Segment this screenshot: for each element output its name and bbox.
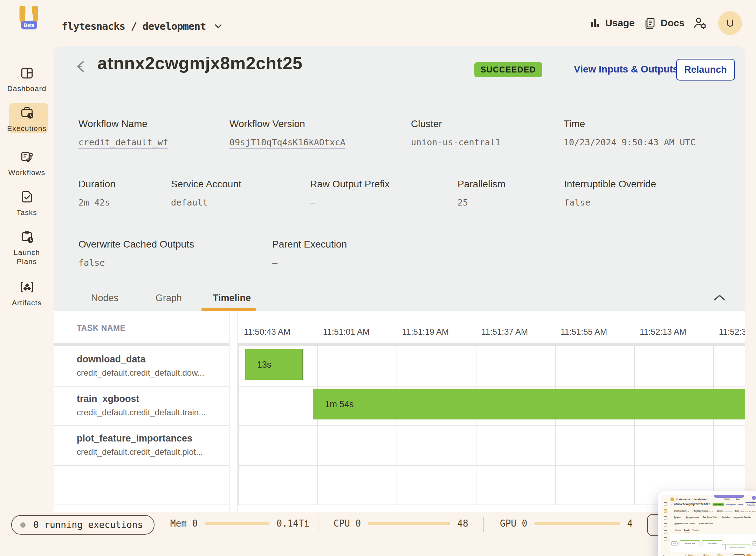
meta-label: Parent Execution <box>272 239 347 250</box>
pip-sidebar-icon-active <box>664 509 667 513</box>
pip-tab-timeline: Timeline <box>692 529 700 531</box>
cpu-gauge: CPU 0 48 <box>334 518 468 529</box>
docs-button[interactable]: Docs <box>644 17 685 29</box>
breadcrumb[interactable]: flytesnacks / development <box>62 20 221 32</box>
parallelism-value: 25 <box>458 197 506 208</box>
pip-graph-edge <box>677 543 680 543</box>
executions-icon <box>20 106 34 120</box>
meta-label: Cluster <box>411 118 501 130</box>
pip-tab-graph: Graph <box>684 529 689 531</box>
pip-graph-edge <box>750 543 752 543</box>
union-logo[interactable]: Beta <box>16 6 48 39</box>
row-divider <box>54 465 229 466</box>
back-arrow-icon <box>74 59 90 74</box>
task-name: download_data <box>77 354 146 365</box>
task-row-plot-feature-importances[interactable]: plot_feature_importances credit_default.… <box>54 425 229 465</box>
meta-label: Service Account <box>171 179 241 190</box>
pip-meta-field: Clusterunion-us-central1 <box>717 510 732 513</box>
sidebar-label-executions: Executions <box>6 124 48 133</box>
dashboard-icon <box>20 67 34 80</box>
workflow-name-link[interactable]: credit_default_wf <box>78 137 168 149</box>
gpu-gauge-track <box>534 522 620 525</box>
gantt-bar-duration-label: 1m 54s <box>313 399 353 409</box>
sidebar-label-workflows: Workflows <box>6 168 48 177</box>
usage-button[interactable]: Usage <box>590 18 634 29</box>
sidebar-item-dashboard[interactable]: Dashboard <box>0 67 54 93</box>
task-row-download-data[interactable]: download_data credit_default.credit_defa… <box>54 346 229 386</box>
row-divider <box>54 386 229 387</box>
sidebar-item-tasks[interactable]: Tasks <box>0 190 54 217</box>
bar-chart-icon <box>590 18 600 28</box>
task-path: credit_default.credit_default.dow... <box>77 368 204 378</box>
gantt-gridline <box>317 343 318 505</box>
column-splitter[interactable] <box>229 311 229 512</box>
pip-graph-edge <box>722 544 725 545</box>
pip-help-button: ? <box>746 554 751 556</box>
row-divider <box>54 425 229 426</box>
gantt-bar-train_xgboost[interactable]: 1m 54s <box>313 389 745 419</box>
collapse-section-button[interactable] <box>713 293 727 305</box>
cpu-gauge-max: 48 <box>457 518 468 529</box>
pip-meta-field: Interruptible Overridefalse <box>734 516 738 519</box>
meta-label: Duration <box>78 179 116 190</box>
gantt-gridline <box>634 343 635 505</box>
task-row-train-xgboost[interactable]: train_xgboost credit_default.credit_defa… <box>54 386 229 425</box>
pip-sidebar-icon <box>664 516 667 520</box>
pip-meta-field: Workflow Version09sjT10qTq4sK16kAOtxcA <box>694 510 713 513</box>
sidebar-item-artifacts[interactable]: Artifacts <box>0 280 54 307</box>
pip-sidebar-icon <box>664 537 667 541</box>
pip-mini-page: flytesnacks / development Usage Docs ← a… <box>661 495 756 556</box>
running-executions-pill[interactable]: 0 running executions <box>11 515 154 535</box>
launch-plans-icon <box>20 230 34 244</box>
sidebar-item-executions[interactable]: Executions <box>0 106 54 133</box>
view-inputs-outputs-link[interactable]: View Inputs & Outputs <box>574 64 678 75</box>
app-window: Beta flytesnacks / development Usage D <box>0 0 756 556</box>
gantt-bar-download_data[interactable]: 13s <box>245 349 303 380</box>
time-value: 10/23/2024 9:50:43 AM UTC <box>564 137 695 147</box>
pip-status-badge: SUCCEEDED <box>713 503 724 506</box>
meta-duration: Duration 2m 42s <box>78 179 116 208</box>
task-path: credit_default.credit_default.train... <box>77 408 206 417</box>
task-name-header: TASK NAME <box>77 324 126 333</box>
sidebar-item-launch-plans[interactable]: Launch Plans <box>0 230 54 266</box>
breadcrumb-label: flytesnacks / development <box>62 20 206 32</box>
pip-meta-field: Overwrite Cached Outputsfalse <box>674 523 679 525</box>
artifacts-icon <box>20 280 34 294</box>
memory-gauge-label: Mem 0 <box>170 518 198 529</box>
sidebar-label-dashboard: Dashboard <box>6 84 48 93</box>
time-tick-label: 11:52:31 AM <box>719 327 745 337</box>
workflow-version-link[interactable]: 09sjT10qTq4sK16kAOtxcA <box>229 137 345 149</box>
running-executions-label: 0 running executions <box>33 520 143 530</box>
gpu-gauge: GPU 0 4 <box>500 518 633 529</box>
tab-nodes[interactable]: Nodes <box>91 293 118 304</box>
pip-meta-field: Raw Output Prefix– <box>703 516 704 519</box>
avatar[interactable]: U <box>718 11 742 35</box>
relaunch-button[interactable]: Relaunch <box>676 59 735 81</box>
row-divider <box>54 505 229 505</box>
meta-label: Interruptible Override <box>564 179 656 190</box>
status-dot <box>20 522 26 528</box>
gantt-gridline <box>238 343 239 505</box>
time-tick-label: 11:51:19 AM <box>402 327 449 337</box>
pip-graph-node: train_xgboost <box>702 540 722 546</box>
gantt-region: 11:50:43 AM11:51:01 AM11:51:19 AM11:51:3… <box>238 311 745 512</box>
tab-graph[interactable]: Graph <box>156 293 182 304</box>
time-tick-label: 11:51:01 AM <box>323 327 370 337</box>
user-gear-icon <box>694 17 707 29</box>
time-tick-label: 11:51:55 AM <box>561 327 607 337</box>
user-admin-button[interactable] <box>694 17 707 29</box>
pip-sidebar-icon <box>664 502 667 506</box>
tab-timeline[interactable]: Timeline <box>213 293 251 304</box>
pip-breadcrumb: flytesnacks / development <box>676 498 708 500</box>
sidebar-item-workflows[interactable]: Workflows <box>0 150 54 177</box>
task-name: plot_feature_importances <box>77 433 192 444</box>
pip-graph-node: plot_feature_importances <box>725 544 750 550</box>
header-actions: Usage Docs <box>590 11 742 36</box>
meta-interruptible-override: Interruptible Override false <box>564 179 656 208</box>
pip-purple-dot <box>751 495 756 501</box>
pip-thumbnail[interactable]: flytesnacks / development Usage Docs ← a… <box>658 491 756 556</box>
meta-parallelism: Parallelism 25 <box>458 179 506 208</box>
footer-divider <box>318 517 318 532</box>
back-button[interactable] <box>74 59 90 74</box>
cpu-gauge-label: CPU 0 <box>334 518 361 529</box>
